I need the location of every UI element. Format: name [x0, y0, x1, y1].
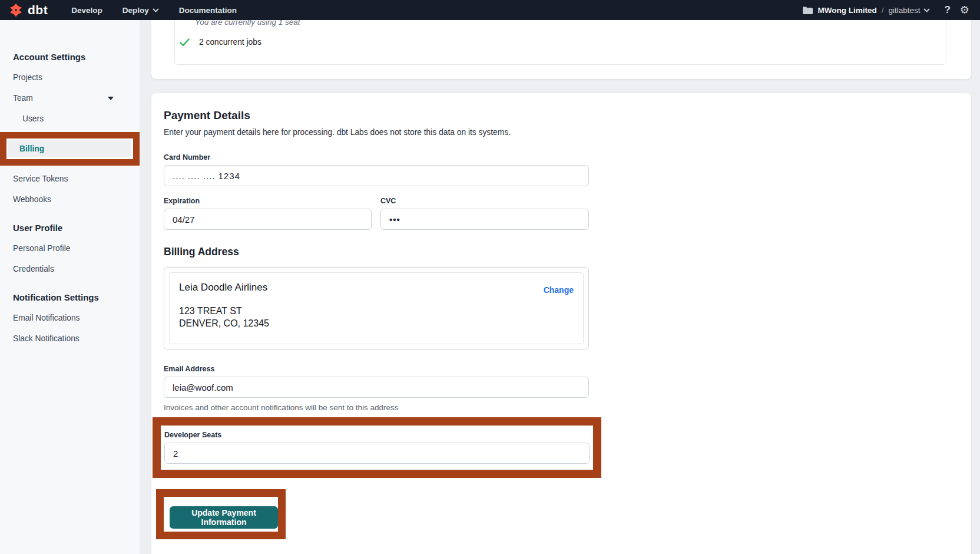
payment-details-title: Payment Details	[164, 109, 971, 122]
expiration-label: Expiration	[164, 197, 372, 205]
folder-icon	[803, 6, 813, 14]
card-number-input[interactable]	[164, 165, 589, 186]
sidebar-item-slack-notifications[interactable]: Slack Notifications	[0, 328, 140, 349]
email-label: Email Address	[164, 365, 971, 373]
account-name: MWong Limited	[817, 6, 876, 15]
sidebar-item-credentials[interactable]: Credentials	[0, 259, 140, 279]
plan-feature-text: 2 concurrent jobs	[199, 38, 261, 47]
seat-summary-panel: You are currently using 1 seat 2 concurr…	[174, 20, 946, 65]
sidebar-item-personal-profile[interactable]: Personal Profile	[0, 238, 140, 259]
update-payment-button[interactable]: Update Payment Information	[170, 506, 278, 529]
seat-summary-card: You are currently using 1 seat 2 concurr…	[151, 20, 971, 79]
main-content: You are currently using 1 seat 2 concurr…	[140, 20, 980, 554]
annotation-box-developer-seats: Developer Seats	[153, 417, 601, 478]
billing-address-title: Billing Address	[164, 246, 971, 258]
billing-address-box: Leia Doodle Airlines Change 123 TREAT ST…	[164, 267, 589, 349]
settings-sidebar: Account Settings Projects Team Users Bil…	[0, 20, 140, 554]
billing-address-name: Leia Doodle Airlines	[179, 282, 574, 294]
nav-documentation[interactable]: Documentation	[179, 6, 237, 15]
billing-address-panel: Leia Doodle Airlines Change 123 TREAT ST…	[169, 272, 584, 344]
sidebar-item-team[interactable]: Team	[0, 88, 140, 108]
nav-deploy[interactable]: Deploy	[122, 6, 159, 15]
plan-feature-row: 2 concurrent jobs	[180, 38, 946, 47]
account-switcher[interactable]: MWong Limited / gitlabtest	[803, 6, 930, 15]
sidebar-item-users[interactable]: Users	[0, 108, 140, 129]
sidebar-item-service-tokens[interactable]: Service Tokens	[0, 169, 140, 189]
sidebar-item-email-notifications[interactable]: Email Notifications	[0, 308, 140, 328]
expiration-cvc-row: Expiration CVC	[164, 197, 971, 230]
help-icon[interactable]: ?	[944, 4, 950, 16]
billing-address-line2: DENVER, CO, 12345	[179, 317, 574, 329]
sidebar-item-webhooks[interactable]: Webhooks	[0, 189, 140, 210]
app-body: Account Settings Projects Team Users Bil…	[0, 20, 980, 554]
breadcrumb-separator: /	[882, 6, 884, 15]
sidebar-item-projects[interactable]: Projects	[0, 67, 140, 88]
project-name: gitlabtest	[888, 6, 930, 15]
billing-address-line1: 123 TREAT ST	[179, 305, 574, 317]
sidebar-item-billing[interactable]: Billing	[8, 140, 131, 157]
chevron-down-icon	[923, 8, 930, 12]
annotation-box-billing: Billing	[0, 132, 140, 166]
seat-usage-text: You are currently using 1 seat	[180, 20, 946, 28]
nav-develop[interactable]: Develop	[71, 6, 102, 15]
email-input[interactable]	[164, 377, 589, 398]
cvc-label: CVC	[380, 197, 589, 205]
dbt-logo[interactable]: dbt	[8, 2, 48, 18]
card-number-label: Card Number	[164, 153, 971, 161]
developer-seats-input[interactable]	[164, 443, 590, 464]
sidebar-header-account-settings: Account Settings	[0, 52, 140, 67]
gear-icon[interactable]: ⚙	[960, 5, 969, 15]
change-address-link[interactable]: Change	[544, 285, 574, 295]
page: dbt Develop Deploy Documentation MWong L…	[0, 0, 980, 554]
developer-seats-label: Developer Seats	[164, 431, 590, 439]
email-helper-text: Invoices and other account notifications…	[164, 403, 971, 412]
cvc-input[interactable]	[380, 209, 589, 230]
sidebar-header-notification-settings: Notification Settings	[0, 279, 140, 308]
nav-right: MWong Limited / gitlabtest ? ⚙	[803, 4, 969, 16]
nav-links: Develop Deploy Documentation	[71, 6, 237, 15]
check-icon	[180, 38, 190, 47]
chevron-down-icon	[153, 8, 159, 12]
email-block: Email Address Invoices and other account…	[164, 365, 971, 412]
sidebar-header-user-profile: User Profile	[0, 210, 140, 238]
dbt-logo-icon	[8, 2, 24, 18]
top-navbar: dbt Develop Deploy Documentation MWong L…	[0, 0, 980, 20]
payment-details-description: Enter your payment details here for proc…	[164, 128, 971, 137]
annotation-box-update-button: Update Payment Information	[156, 489, 286, 539]
caret-down-icon	[108, 97, 114, 100]
payment-details-card: Payment Details Enter your payment detai…	[151, 93, 971, 554]
expiration-input[interactable]	[164, 209, 372, 230]
dbt-logo-text: dbt	[28, 3, 48, 17]
